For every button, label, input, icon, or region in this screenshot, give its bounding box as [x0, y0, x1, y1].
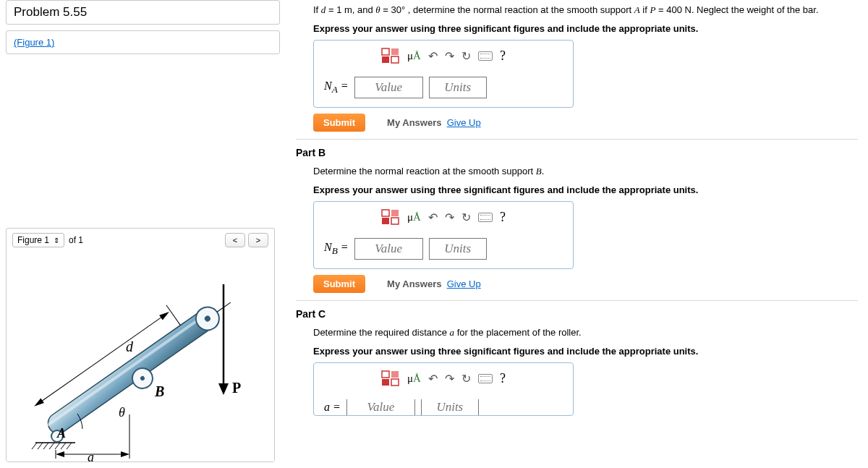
figure-header: Figure 1 ⇕ of 1 < >: [7, 229, 274, 252]
part-a-value-input[interactable]: [354, 77, 423, 98]
redo-icon[interactable]: ↷: [445, 210, 454, 224]
part-a-units-input[interactable]: [429, 77, 487, 98]
a-label: a =: [324, 401, 341, 414]
nb-label: NB =: [324, 241, 349, 257]
keyboard-icon[interactable]: [478, 374, 493, 383]
reset-icon[interactable]: ↻: [461, 210, 471, 224]
figure-link[interactable]: (Figure 1): [14, 37, 54, 48]
svg-line-16: [43, 443, 48, 449]
part-c-instruction: Express your answer using three signific…: [313, 344, 858, 359]
part-b-value-input[interactable]: [354, 238, 423, 260]
my-answers-label: My Answers: [387, 278, 441, 289]
part-b-title: Part B: [296, 147, 858, 158]
units-angstrom-button[interactable]: μÅ: [407, 211, 421, 224]
undo-icon[interactable]: ↶: [428, 372, 438, 386]
help-icon[interactable]: ?: [500, 371, 506, 386]
part-c-input-row: a =: [324, 399, 563, 415]
redo-icon[interactable]: ↷: [445, 372, 454, 386]
separator: [296, 300, 858, 301]
svg-line-19: [61, 443, 66, 449]
part-c-units-input[interactable]: [421, 399, 479, 415]
units-angstrom-button[interactable]: μÅ: [407, 373, 421, 385]
label-theta: θ: [119, 405, 125, 420]
svg-marker-11: [33, 399, 44, 409]
part-c-answer-box: μÅ ↶ ↷ ↻ ? a =: [313, 362, 574, 416]
svg-rect-27: [382, 48, 389, 55]
svg-rect-1: [46, 310, 211, 427]
part-b-instruction: Express your answer using three signific…: [313, 183, 858, 197]
svg-rect-32: [382, 218, 389, 224]
svg-line-14: [32, 443, 37, 449]
chevron-updown-icon: ⇕: [54, 237, 59, 244]
templates-icon[interactable]: [381, 370, 400, 386]
part-c-title: Part C: [296, 308, 858, 320]
give-up-link-b[interactable]: Give Up: [447, 278, 481, 289]
figure-prev-button[interactable]: <: [225, 233, 245, 247]
label-a: a: [88, 450, 94, 461]
figure-panel: Figure 1 ⇕ of 1 < >: [6, 228, 275, 462]
part-b-units-input[interactable]: [429, 238, 487, 260]
my-answers-label: My Answers: [387, 117, 441, 128]
part-c-value-input[interactable]: [346, 399, 415, 415]
svg-rect-34: [391, 218, 399, 224]
problem-title: Problem 5.55: [14, 5, 272, 20]
symbol-toolbar-b: μÅ ↶ ↷ ↻ ?: [324, 209, 563, 225]
figure-nav: < >: [225, 233, 268, 247]
figure-selector-label: Figure 1: [17, 235, 49, 245]
part-b-prompt: Determine the normal reaction at the smo…: [313, 164, 858, 179]
label-A: A: [56, 426, 66, 441]
part-b-actions: Submit My Answers Give Up: [313, 275, 858, 293]
help-icon[interactable]: ?: [500, 48, 506, 64]
keyboard-icon[interactable]: [478, 213, 493, 222]
undo-icon[interactable]: ↶: [428, 49, 438, 63]
svg-rect-38: [391, 379, 399, 386]
svg-line-8: [166, 305, 181, 326]
svg-line-15: [38, 443, 43, 449]
label-B: B: [154, 383, 164, 399]
svg-rect-33: [391, 210, 399, 216]
svg-line-18: [55, 443, 60, 449]
figure-link-box: (Figure 1): [6, 30, 280, 54]
figure-image: P d: [7, 252, 274, 461]
templates-icon[interactable]: [381, 48, 400, 64]
part-c-prompt: Determine the required distance a for th…: [313, 326, 858, 340]
svg-marker-12: [159, 310, 171, 320]
svg-line-20: [67, 443, 72, 449]
submit-button-a[interactable]: Submit: [313, 114, 365, 132]
figure-count: of 1: [69, 235, 83, 245]
reset-icon[interactable]: ↻: [461, 372, 471, 386]
svg-rect-0: [44, 307, 218, 438]
svg-rect-31: [382, 210, 389, 216]
separator: [296, 139, 858, 140]
redo-icon[interactable]: ↷: [445, 49, 454, 63]
label-P: P: [232, 380, 241, 396]
problem-title-box: Problem 5.55: [6, 0, 280, 25]
svg-rect-30: [391, 56, 399, 63]
svg-rect-37: [391, 371, 399, 378]
part-a-input-row: NA =: [324, 77, 563, 98]
svg-rect-29: [391, 48, 399, 55]
help-icon[interactable]: ?: [500, 210, 506, 225]
figure-next-button[interactable]: >: [248, 233, 268, 247]
svg-rect-28: [382, 56, 389, 63]
svg-line-17: [49, 443, 54, 449]
svg-marker-7: [218, 383, 229, 395]
undo-icon[interactable]: ↶: [428, 210, 438, 224]
svg-rect-36: [382, 379, 389, 386]
keyboard-icon[interactable]: [478, 51, 493, 61]
svg-marker-25: [56, 451, 64, 457]
part-b-input-row: NB =: [324, 238, 563, 260]
na-label: NA =: [324, 80, 349, 95]
templates-icon[interactable]: [381, 209, 400, 225]
part-b-answer-box: μÅ ↶ ↷ ↻ ? NB =: [313, 201, 574, 269]
units-angstrom-button[interactable]: μÅ: [407, 50, 421, 62]
symbol-toolbar-c: μÅ ↶ ↷ ↻ ?: [324, 370, 563, 386]
label-d: d: [126, 339, 134, 354]
symbol-toolbar-a: μÅ ↶ ↷ ↻ ?: [324, 48, 563, 64]
submit-button-b[interactable]: Submit: [313, 275, 365, 293]
figure-selector[interactable]: Figure 1 ⇕: [12, 233, 64, 247]
svg-marker-26: [121, 451, 129, 457]
reset-icon[interactable]: ↻: [461, 49, 471, 63]
part-a-answer-box: μÅ ↶ ↷ ↻ ? NA =: [313, 40, 574, 108]
give-up-link-a[interactable]: Give Up: [447, 117, 481, 128]
